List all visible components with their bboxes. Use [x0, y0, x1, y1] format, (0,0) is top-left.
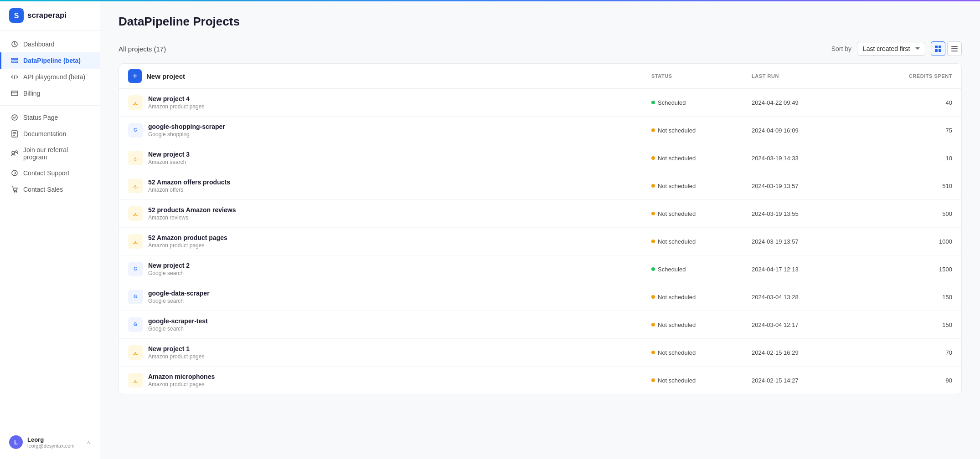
contact-sales-label: Contact Sales [23, 186, 63, 193]
svg-text:a: a [134, 239, 137, 244]
status-badge: Not scheduled [651, 377, 752, 384]
table-row[interactable]: G google-data-scraper Google search Not … [119, 283, 961, 311]
referral-label: Join our referral program [23, 146, 91, 161]
sort-select[interactable]: Last created first Last run first Name A… [857, 42, 925, 56]
project-text: New project 3 Amazon search [148, 151, 190, 165]
sidebar-item-datapipeline[interactable]: DataPipeline (beta) [0, 52, 100, 69]
project-text: New project 4 Amazon product pages [148, 95, 204, 110]
sidebar-item-billing[interactable]: Billing [0, 85, 100, 102]
credits-value: 150 [861, 321, 952, 328]
project-text: New project 2 Google search [148, 262, 190, 276]
sidebar-item-contact-support[interactable]: Contact Support [0, 165, 100, 181]
svg-text:a: a [134, 211, 137, 216]
projects-table: + New project STATUS LAST RUN CREDITS SP… [119, 63, 962, 394]
status-dot-icon [651, 378, 655, 382]
project-name: 52 Amazon offers products [148, 178, 230, 186]
last-run-value: 2024-03-19 13:55 [752, 210, 861, 217]
project-logo-icon: a [128, 373, 143, 388]
sidebar-item-api-playground[interactable]: API playground (beta) [0, 69, 100, 85]
sidebar-item-contact-sales[interactable]: Contact Sales [0, 181, 100, 198]
project-type: Amazon search [148, 159, 190, 165]
table-row[interactable]: G New project 2 Google search Scheduled … [119, 255, 961, 283]
project-text: 52 Amazon offers products Amazon offers [148, 178, 230, 193]
status-badge: Not scheduled [651, 127, 752, 134]
list-view-button[interactable] [947, 41, 962, 56]
sidebar: S scraperapi Dashboard DataPipeline (be [0, 0, 100, 459]
svg-line-5 [14, 75, 15, 79]
svg-text:a: a [134, 184, 137, 188]
credits-value: 40 [861, 99, 952, 106]
project-info: G google-data-scraper Google search [128, 290, 651, 304]
project-type: Google shopping [148, 131, 225, 138]
sidebar-item-dashboard[interactable]: Dashboard [0, 36, 100, 52]
credits-column-header: CREDITS SPENT [861, 73, 952, 79]
table-row[interactable]: a New project 4 Amazon product pages Sch… [119, 89, 961, 117]
table-row[interactable]: a 52 Amazon offers products Amazon offer… [119, 172, 961, 200]
svg-rect-3 [11, 58, 18, 60]
sidebar-bottom: L Leorg leorg@desyntax.com ∧ [0, 425, 100, 459]
status-text: Scheduled [658, 266, 686, 273]
svg-rect-22 [939, 49, 941, 52]
project-name: google-scraper-test [148, 317, 208, 325]
project-logo-icon: a [128, 178, 143, 193]
project-name: google-data-scraper [148, 290, 210, 297]
projects-count: All projects (17) [119, 45, 166, 53]
status-badge: Not scheduled [651, 238, 752, 245]
main-content: DataPipeline Projects All projects (17) … [100, 0, 980, 459]
status-text: Not scheduled [658, 183, 696, 189]
project-logo-icon: a [128, 151, 143, 165]
project-info: G google-shopping-scraper Google shoppin… [128, 123, 651, 138]
credits-value: 1000 [861, 238, 952, 245]
project-type: Google search [148, 298, 210, 304]
table-row[interactable]: a New project 1 Amazon product pages Not… [119, 339, 961, 367]
status-text: Not scheduled [658, 377, 696, 384]
table-row[interactable]: a 52 Amazon product pages Amazon product… [119, 228, 961, 255]
table-row[interactable]: a Amazon microphones Amazon product page… [119, 367, 961, 394]
status-dot-icon [651, 184, 655, 188]
api-icon [10, 73, 19, 81]
user-menu-chevron-icon: ∧ [87, 439, 91, 445]
last-run-value: 2024-03-04 12:17 [752, 321, 861, 328]
table-row[interactable]: G google-scraper-test Google search Not … [119, 311, 961, 339]
status-label: Status Page [23, 114, 58, 121]
status-badge: Not scheduled [651, 349, 752, 356]
svg-text:a: a [134, 350, 137, 355]
table-row[interactable]: a 52 products Amazon reviews Amazon revi… [119, 200, 961, 228]
status-text: Not scheduled [658, 321, 696, 328]
new-project-row[interactable]: + New project [128, 69, 651, 83]
status-dot-icon [651, 240, 655, 243]
new-project-button[interactable]: + [128, 69, 142, 83]
svg-point-16 [15, 175, 15, 176]
sidebar-item-status[interactable]: Status Page [0, 109, 100, 126]
status-text: Not scheduled [658, 294, 696, 301]
grid-view-button[interactable] [931, 41, 945, 56]
last-run-value: 2024-03-19 13:57 [752, 238, 861, 245]
project-info: a 52 Amazon offers products Amazon offer… [128, 178, 651, 193]
user-profile[interactable]: L Leorg leorg@desyntax.com ∧ [0, 431, 100, 454]
new-project-label: New project [146, 72, 185, 80]
svg-text:G: G [134, 266, 137, 271]
credits-value: 150 [861, 294, 952, 301]
project-type: Google search [148, 270, 190, 276]
dashboard-label: Dashboard [23, 41, 55, 48]
project-type: Amazon product pages [148, 242, 227, 249]
sales-icon [10, 185, 19, 194]
project-name: google-shopping-scraper [148, 123, 225, 130]
svg-text:a: a [134, 100, 137, 105]
svg-rect-4 [11, 61, 18, 62]
svg-rect-19 [935, 46, 938, 48]
svg-point-17 [14, 191, 15, 192]
table-row[interactable]: a New project 3 Amazon search Not schedu… [119, 144, 961, 172]
page-title: DataPipeline Projects [119, 15, 962, 29]
sidebar-item-documentation[interactable]: Documentation [0, 126, 100, 142]
status-dot-icon [651, 156, 655, 160]
project-logo-icon: G [128, 262, 143, 276]
last-run-value: 2024-02-15 14:27 [752, 377, 861, 384]
sidebar-item-referral[interactable]: Join our referral program [0, 142, 100, 165]
table-header-row: + New project STATUS LAST RUN CREDITS SP… [119, 64, 961, 89]
project-rows-container: a New project 4 Amazon product pages Sch… [119, 89, 961, 394]
status-text: Not scheduled [658, 349, 696, 356]
table-row[interactable]: G google-shopping-scraper Google shoppin… [119, 117, 961, 144]
status-dot-icon [651, 295, 655, 299]
user-info: Leorg leorg@desyntax.com [27, 436, 82, 449]
